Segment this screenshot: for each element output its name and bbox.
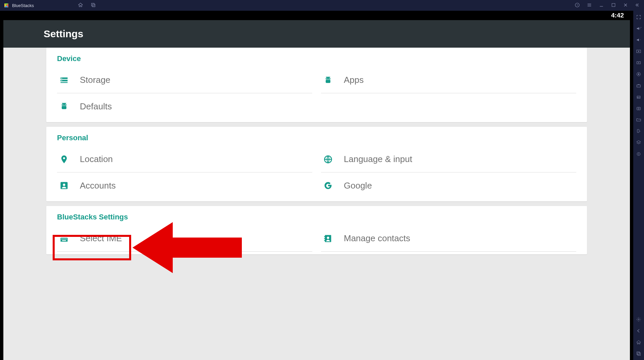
setting-google[interactable]: Google <box>321 172 576 199</box>
svg-rect-50 <box>64 239 64 239</box>
setting-label: Manage contacts <box>344 233 410 244</box>
minimize-icon[interactable] <box>598 2 604 9</box>
svg-point-24 <box>638 154 639 155</box>
setting-label: Apps <box>344 75 364 85</box>
home-icon[interactable] <box>77 2 84 9</box>
volume-down-icon[interactable]: - <box>636 37 642 43</box>
svg-rect-20 <box>637 107 641 110</box>
setting-label: Defaults <box>80 101 112 112</box>
svg-point-34 <box>326 78 327 79</box>
settings-content: Device Storage Apps <box>3 48 630 360</box>
record-icon[interactable] <box>636 71 642 77</box>
setting-label: Location <box>80 154 113 164</box>
setting-manage-contacts[interactable]: Manage contacts <box>321 225 576 252</box>
svg-rect-30 <box>61 82 68 83</box>
svg-point-25 <box>638 319 639 320</box>
setting-label: Select IME <box>80 233 122 244</box>
svg-point-55 <box>327 237 329 239</box>
rotate-icon[interactable] <box>636 128 642 134</box>
svg-point-35 <box>329 78 329 79</box>
svg-rect-38 <box>62 106 66 109</box>
svg-rect-57 <box>324 238 325 239</box>
titlebar: BlueStacks ? <box>0 0 644 11</box>
svg-rect-53 <box>62 240 66 241</box>
svg-rect-49 <box>62 239 63 239</box>
svg-rect-52 <box>66 239 67 239</box>
toolbox-icon[interactable] <box>636 83 642 89</box>
recents-icon[interactable] <box>636 351 642 357</box>
app-name: BlueStacks <box>12 3 34 8</box>
svg-point-39 <box>62 104 63 105</box>
maximize-icon[interactable] <box>610 2 616 9</box>
page-title: Settings <box>44 28 83 40</box>
collapse-sidebar-icon[interactable] <box>635 2 641 9</box>
svg-line-41 <box>62 103 63 104</box>
setting-apps[interactable]: Apps <box>321 67 576 93</box>
section-device: Device Storage Apps <box>46 48 587 122</box>
svg-rect-26 <box>637 352 640 355</box>
setting-accounts[interactable]: Accounts <box>57 172 312 199</box>
google-icon <box>323 181 333 191</box>
stream-icon[interactable] <box>636 60 642 66</box>
svg-line-42 <box>65 103 66 104</box>
multi-window-icon[interactable] <box>90 2 96 9</box>
settings-header: Settings <box>3 20 630 48</box>
gps-icon[interactable] <box>636 151 642 157</box>
svg-text:+: + <box>640 26 641 28</box>
setting-label: Storage <box>80 75 110 85</box>
folder-icon[interactable] <box>636 117 642 123</box>
media-icon[interactable] <box>636 48 642 54</box>
android-icon <box>59 101 69 111</box>
section-bluestacks: BlueStacks Settings Select IME <box>46 206 587 254</box>
help-icon[interactable]: ? <box>574 2 580 9</box>
svg-line-36 <box>326 76 327 77</box>
setting-label: Accounts <box>80 181 116 191</box>
hamburger-icon[interactable] <box>586 2 592 9</box>
section-title-device: Device <box>57 54 576 63</box>
svg-line-37 <box>329 76 330 77</box>
svg-point-43 <box>63 157 65 159</box>
svg-rect-27 <box>638 353 640 355</box>
fullscreen-icon[interactable] <box>636 14 642 20</box>
android-home-icon[interactable] <box>636 339 642 345</box>
svg-rect-47 <box>61 238 68 242</box>
apk-icon[interactable]: APK <box>636 94 642 100</box>
bluestacks-logo-icon <box>3 2 9 8</box>
svg-text:-: - <box>640 38 641 41</box>
svg-marker-12 <box>638 51 640 52</box>
svg-point-16 <box>638 73 639 75</box>
setting-label: Google <box>344 181 372 191</box>
section-title-bluestacks: BlueStacks Settings <box>57 213 576 221</box>
back-icon[interactable] <box>636 328 642 334</box>
setting-language-input[interactable]: Language & input <box>321 146 576 172</box>
volume-up-icon[interactable]: + <box>636 25 642 32</box>
svg-point-32 <box>61 80 62 81</box>
setting-label: Language & input <box>344 154 412 164</box>
setting-defaults[interactable]: Defaults <box>57 93 312 119</box>
svg-point-21 <box>638 108 639 109</box>
svg-rect-48 <box>61 239 62 239</box>
right-sidebar: + - APK <box>633 11 644 360</box>
svg-rect-51 <box>65 239 65 239</box>
gear-icon[interactable] <box>636 316 642 322</box>
setting-select-ime[interactable]: Select IME <box>57 225 312 252</box>
svg-point-40 <box>65 104 65 105</box>
svg-point-46 <box>63 184 65 186</box>
storage-icon <box>59 75 69 85</box>
svg-text:?: ? <box>577 3 578 6</box>
android-statusbar: 4:42 <box>3 11 630 20</box>
svg-point-31 <box>61 78 62 79</box>
screenshot-icon[interactable] <box>636 105 642 111</box>
emulator-screen: 4:42 Settings Device Storage <box>0 11 633 360</box>
globe-icon <box>323 154 333 164</box>
close-icon[interactable] <box>623 2 629 9</box>
account-icon <box>59 181 69 191</box>
keyboard-icon <box>59 234 69 244</box>
svg-rect-56 <box>324 236 325 237</box>
layers-icon[interactable] <box>636 140 642 146</box>
svg-rect-5 <box>92 4 95 7</box>
location-icon <box>59 154 69 164</box>
setting-storage[interactable]: Storage <box>57 67 312 93</box>
setting-location[interactable]: Location <box>57 146 312 172</box>
svg-rect-33 <box>326 80 330 83</box>
